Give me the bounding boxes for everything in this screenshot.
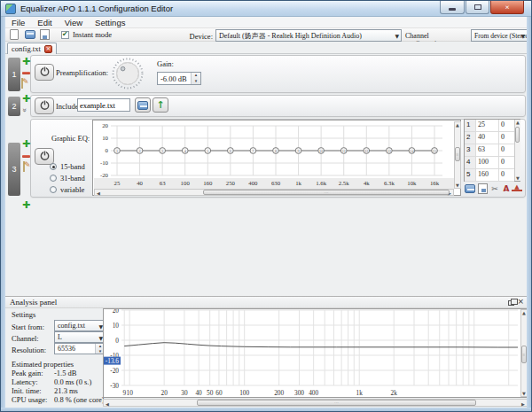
new-file-icon[interactable] <box>10 29 20 40</box>
eq-chart-svg[interactable]: 2540631001602504006301k1.6k2.5k4k6.3k10k… <box>94 121 454 189</box>
scrollbar-thumb[interactable]: ≡ <box>455 147 460 161</box>
gain-cell[interactable]: 0 <box>499 144 513 156</box>
scroll-down-icon[interactable]: ▼ <box>455 183 460 188</box>
eq-graph[interactable]: 2540631001602504006301k1.6k2.5k4k6.3k10k… <box>92 120 461 196</box>
open-file-icon[interactable] <box>25 29 35 40</box>
eq-band-table[interactable]: 1250240036304100051600 ▲ ▼ <box>464 119 520 182</box>
minimize-button[interactable] <box>440 1 465 14</box>
table-row[interactable]: 41000 <box>465 157 514 169</box>
add-filter-button[interactable]: ✚ <box>22 140 30 149</box>
open-include-button[interactable] <box>135 97 151 113</box>
table-row[interactable]: 1250 <box>465 120 514 132</box>
remove-filter-button[interactable] <box>22 155 30 158</box>
device-select[interactable]: Default (扬声器 - Realtek High Definition A… <box>215 29 402 42</box>
add-filter-button[interactable]: ✚ <box>22 95 30 104</box>
table-row[interactable]: 2400 <box>465 132 514 144</box>
open-in-editor-button[interactable]: ↑ <box>153 97 168 113</box>
channel-select[interactable]: L ▼ <box>54 331 106 343</box>
property-value: -1.5 dB <box>54 369 77 377</box>
scrollbar-thumb[interactable]: ··· <box>197 400 476 406</box>
save-file-icon[interactable] <box>40 29 51 40</box>
gain-cell[interactable]: 0 <box>499 132 513 144</box>
scroll-up-icon[interactable]: ▲ <box>455 122 460 128</box>
gain-cell[interactable]: 0 <box>499 157 513 168</box>
scroll-left-icon[interactable]: ◀ <box>96 190 101 196</box>
remove-filter-button[interactable] <box>22 72 30 74</box>
close-button[interactable]: × <box>490 1 524 14</box>
freq-cell[interactable]: 63 <box>476 144 499 156</box>
eq-v-scrollbar[interactable]: ▲ ▼ ≡ <box>454 121 461 189</box>
analysis-h-scrollbar[interactable]: ◀ ▶ ··· <box>103 399 528 407</box>
svg-text:10: 10 <box>113 322 120 330</box>
radio-variable[interactable]: variable <box>50 183 85 195</box>
window-frame-bottom <box>1 408 532 411</box>
scrollbar-thumb[interactable] <box>515 127 520 143</box>
radio-label: variable <box>60 185 84 194</box>
include-file-input[interactable] <box>77 98 130 112</box>
tab-config-txt[interactable]: config.txt × <box>7 43 57 54</box>
close-panel-icon[interactable]: × <box>517 297 524 306</box>
svg-text:300: 300 <box>294 389 304 397</box>
channel-config-select[interactable]: From device (Stereo) ▼ <box>471 29 528 42</box>
power-toggle[interactable] <box>35 64 54 81</box>
letter-a-icon[interactable]: A <box>501 183 512 193</box>
svg-text:1k: 1k <box>356 389 364 397</box>
svg-text:15: 15 <box>433 149 436 153</box>
radio-31-band[interactable]: 31-band <box>50 172 85 183</box>
table-row[interactable]: 51600 <box>465 169 514 182</box>
freq-cell[interactable]: 40 <box>476 132 499 144</box>
svg-text:630: 630 <box>271 180 281 186</box>
table-scrollbar[interactable]: ▲ ▼ <box>514 120 520 181</box>
resolution-label: Resolution: <box>12 346 46 354</box>
gain-knob[interactable] <box>111 57 145 90</box>
save-as-icon[interactable] <box>477 183 488 193</box>
svg-text:63: 63 <box>160 180 166 186</box>
cut-icon[interactable]: ✂ <box>489 183 500 193</box>
power-toggle[interactable] <box>35 97 54 114</box>
gain-cell[interactable]: 0 <box>499 120 513 131</box>
tab-close-icon[interactable]: × <box>44 45 52 53</box>
open-icon[interactable] <box>465 183 475 193</box>
start-from-select[interactable]: config.txt ▼ <box>54 320 106 331</box>
menu-bar: FileEditViewSettings <box>5 17 528 28</box>
gain-spinbox[interactable]: -6.00 dB ▴▾ <box>157 72 201 85</box>
edit-filter-icon[interactable] <box>23 161 25 172</box>
menu-item-settings[interactable]: Settings <box>89 18 131 27</box>
freq-cell[interactable]: 100 <box>476 157 499 168</box>
svg-text:2.5k: 2.5k <box>339 180 349 186</box>
freq-cell[interactable]: 160 <box>476 169 499 181</box>
svg-text:20: 20 <box>113 309 120 315</box>
maximize-button[interactable] <box>466 1 489 14</box>
power-icon <box>39 66 51 79</box>
spinner-arrows[interactable]: ▴▾ <box>191 73 200 84</box>
scroll-left-icon[interactable]: ◀ <box>105 401 110 407</box>
device-label: Device: <box>184 32 213 41</box>
menu-item-edit[interactable]: Edit <box>31 18 58 27</box>
scroll-right-icon[interactable]: ▶ <box>520 401 526 407</box>
table-row[interactable]: 3630 <box>465 144 514 157</box>
add-filter-button[interactable]: ✚ <box>22 58 30 66</box>
eq-h-scrollbar[interactable]: ◀ ▶ ··· <box>94 189 454 196</box>
edit-filter-icon[interactable] <box>21 78 23 89</box>
scroll-down-icon[interactable]: ▼ <box>515 175 520 181</box>
property-row: CPU usage:0.8 % (one core) <box>12 395 105 404</box>
menu-item-view[interactable]: View <box>59 18 89 27</box>
menu-item-file[interactable]: File <box>5 18 31 27</box>
instant-mode-checkbox[interactable] <box>61 31 69 39</box>
add-filter-button[interactable]: ✚ <box>22 201 30 210</box>
gain-cell[interactable]: 0 <box>499 169 513 181</box>
svg-text:5: 5 <box>207 149 208 153</box>
expand-chevron-icon[interactable]: » <box>20 108 28 113</box>
radio-15-band[interactable]: 15-band <box>50 160 85 172</box>
scroll-up-icon[interactable]: ▲ <box>515 120 520 125</box>
svg-text:-30: -30 <box>110 382 119 390</box>
settings-label: Settings <box>12 310 35 319</box>
resolution-spinbox[interactable]: 65536 ▴▾ <box>54 343 106 354</box>
freq-cell[interactable]: 25 <box>476 120 499 131</box>
scrollbar-thumb[interactable]: ··· <box>203 190 450 195</box>
eject-icon[interactable]: ▲ <box>512 183 522 191</box>
estimated-properties-list: Peak gain:-1.5 dBLatency:0.0 ms (0 s.)In… <box>12 369 105 404</box>
property-value: 0.0 ms (0 s.) <box>54 377 91 386</box>
float-panel-icon[interactable] <box>508 300 514 306</box>
radio-button-icon <box>50 186 57 193</box>
